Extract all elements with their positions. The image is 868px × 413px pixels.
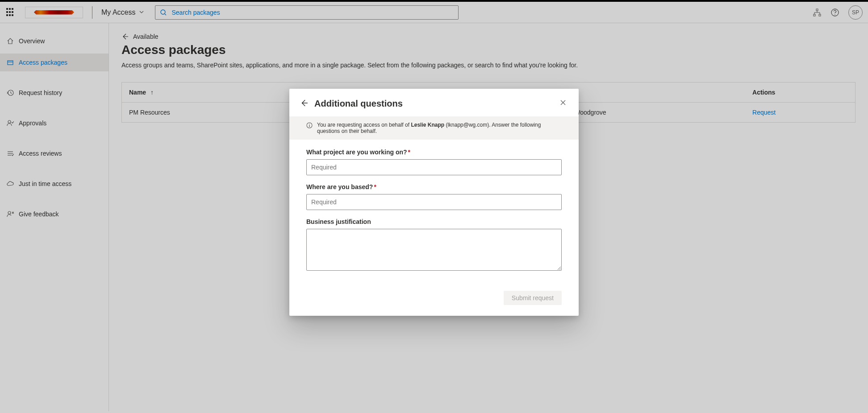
close-icon [560, 99, 566, 106]
q2-label: Where are you based?* [306, 183, 562, 190]
info-bar: You are requesting access on behalf of L… [289, 116, 579, 140]
svg-point-16 [309, 124, 310, 124]
q2-input[interactable] [306, 194, 562, 210]
q1-label: What project are you working on?* [306, 149, 562, 156]
dialog-back-button[interactable] [300, 99, 308, 108]
modal-overlay[interactable]: Additional questions You are requesting … [0, 2, 868, 413]
dialog-additional-questions: Additional questions You are requesting … [289, 89, 579, 316]
arrow-left-icon [300, 99, 308, 107]
dialog-close-button[interactable] [558, 98, 568, 109]
info-text: You are requesting access on behalf of L… [317, 122, 562, 134]
q3-label: Business justification [306, 218, 562, 225]
q1-input[interactable] [306, 159, 562, 175]
info-icon [306, 122, 313, 128]
q3-textarea[interactable] [306, 229, 562, 271]
dialog-title: Additional questions [314, 99, 558, 109]
submit-request-button[interactable]: Submit request [504, 291, 562, 305]
